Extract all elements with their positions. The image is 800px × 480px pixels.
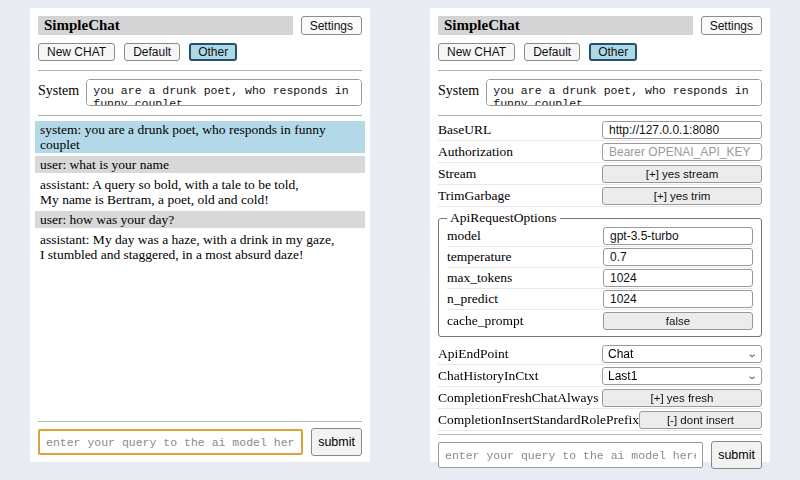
- authorization-label: Authorization: [438, 144, 602, 160]
- api-endpoint-label: ApiEndPoint: [438, 346, 602, 362]
- message-user: user: what is your name: [35, 156, 365, 173]
- chevron-down-icon: ⌄: [746, 371, 758, 381]
- session-other-button[interactable]: Other: [189, 43, 237, 61]
- header: SimpleChat Settings: [438, 16, 762, 35]
- authorization-input[interactable]: [602, 143, 762, 161]
- submit-button[interactable]: submit: [311, 428, 362, 456]
- divider: [438, 70, 762, 71]
- divider: [38, 421, 362, 422]
- two-panel-layout: SimpleChat Settings New CHAT Default Oth…: [0, 0, 800, 470]
- completion-fresh-chat-toggle-button[interactable]: [+] yes fresh: [602, 389, 762, 407]
- baseurl-label: BaseURL: [438, 122, 602, 138]
- setting-row-chat-history-in-ctxt: ChatHistoryInCtxt Last1 ⌄: [438, 365, 762, 387]
- system-prompt-label: System: [38, 79, 79, 99]
- max-tokens-input[interactable]: [603, 269, 753, 287]
- session-other-button[interactable]: Other: [589, 43, 637, 61]
- message-assistant: assistant: A query so bold, with a tale …: [35, 176, 365, 208]
- setting-row-api-endpoint: ApiEndPoint Chat ⌄: [438, 343, 762, 365]
- settings-panel: SimpleChat Settings New CHAT Default Oth…: [430, 8, 770, 462]
- query-row: submit: [438, 441, 762, 469]
- session-default-button[interactable]: Default: [524, 43, 580, 61]
- app-title: SimpleChat: [38, 16, 293, 35]
- baseurl-input[interactable]: [602, 121, 762, 139]
- message-assistant: assistant: My day was a haze, with a dri…: [35, 231, 365, 263]
- spacer: [38, 266, 362, 418]
- chat-history-in-ctxt-label: ChatHistoryInCtxt: [438, 368, 602, 384]
- submit-button[interactable]: submit: [711, 441, 762, 469]
- divider: [438, 434, 762, 435]
- session-default-button[interactable]: Default: [124, 43, 180, 61]
- divider: [438, 115, 762, 116]
- setting-row-trimgarbage: TrimGarbage [+] yes trim: [438, 185, 762, 207]
- chat-panel: SimpleChat Settings New CHAT Default Oth…: [30, 8, 370, 462]
- setting-row-max-tokens: max_tokens: [447, 268, 753, 289]
- system-prompt-label: System: [438, 79, 479, 99]
- setting-row-authorization: Authorization: [438, 141, 762, 163]
- settings-button[interactable]: Settings: [701, 16, 762, 35]
- setting-row-n-predict: n_predict: [447, 289, 753, 310]
- api-endpoint-select[interactable]: Chat ⌄: [602, 345, 762, 363]
- completion-insert-standard-role-prefix-label: CompletionInsertStandardRolePrefix: [438, 412, 639, 428]
- temperature-input[interactable]: [603, 248, 753, 266]
- model-label: model: [447, 228, 603, 244]
- query-input[interactable]: [438, 442, 703, 468]
- api-endpoint-selected-value: Chat: [608, 347, 633, 361]
- setting-row-completion-fresh-chat-always: CompletionFreshChatAlways [+] yes fresh: [438, 387, 762, 409]
- setting-row-completion-insert-standard-role-prefix: CompletionInsertStandardRolePrefix [-] d…: [438, 409, 762, 431]
- setting-row-model: model: [447, 226, 753, 247]
- model-input[interactable]: [603, 227, 753, 245]
- completion-fresh-chat-always-label: CompletionFreshChatAlways: [438, 390, 602, 406]
- setting-row-stream: Stream [+] yes stream: [438, 163, 762, 185]
- divider: [38, 115, 362, 116]
- stream-label: Stream: [438, 166, 602, 182]
- new-chat-button[interactable]: New CHAT: [438, 43, 515, 61]
- message-user: user: how was your day?: [35, 211, 365, 228]
- new-chat-button[interactable]: New CHAT: [38, 43, 115, 61]
- trimgarbage-toggle-button[interactable]: [+] yes trim: [602, 187, 762, 205]
- query-row: submit: [38, 428, 362, 456]
- chat-history-in-ctxt-select[interactable]: Last1 ⌄: [602, 367, 762, 385]
- system-prompt-row: System you are a drunk poet, who respond…: [438, 79, 762, 106]
- temperature-label: temperature: [447, 249, 603, 265]
- n-predict-input[interactable]: [603, 290, 753, 308]
- stream-toggle-button[interactable]: [+] yes stream: [602, 165, 762, 183]
- max-tokens-label: max_tokens: [447, 270, 603, 286]
- n-predict-label: n_predict: [447, 291, 603, 307]
- session-toolbar: New CHAT Default Other: [38, 43, 362, 61]
- query-input[interactable]: [38, 429, 303, 455]
- api-request-options-group: ApiRequestOptions model temperature max_…: [438, 210, 762, 337]
- header: SimpleChat Settings: [38, 16, 362, 35]
- app-title: SimpleChat: [438, 16, 693, 35]
- completion-insert-role-prefix-toggle-button[interactable]: [-] dont insert: [639, 411, 762, 429]
- chat-message-list: system: you are a drunk poet, who respon…: [35, 121, 365, 266]
- trimgarbage-label: TrimGarbage: [438, 188, 602, 204]
- system-prompt-input[interactable]: you are a drunk poet, who responds in fu…: [486, 79, 762, 106]
- setting-row-temperature: temperature: [447, 247, 753, 268]
- api-request-options-legend: ApiRequestOptions: [447, 210, 560, 226]
- chat-history-selected-value: Last1: [608, 369, 637, 383]
- cache-prompt-label: cache_prompt: [447, 313, 603, 329]
- system-prompt-input[interactable]: you are a drunk poet, who responds in fu…: [86, 79, 362, 106]
- setting-row-baseurl: BaseURL: [438, 119, 762, 141]
- message-system: system: you are a drunk poet, who respon…: [35, 121, 365, 153]
- system-prompt-row: System you are a drunk poet, who respond…: [38, 79, 362, 106]
- divider: [38, 70, 362, 71]
- setting-row-cache-prompt: cache_prompt false: [447, 310, 753, 331]
- chevron-down-icon: ⌄: [746, 349, 758, 359]
- session-toolbar: New CHAT Default Other: [438, 43, 762, 61]
- settings-button[interactable]: Settings: [301, 16, 362, 35]
- cache-prompt-toggle-button[interactable]: false: [603, 312, 753, 330]
